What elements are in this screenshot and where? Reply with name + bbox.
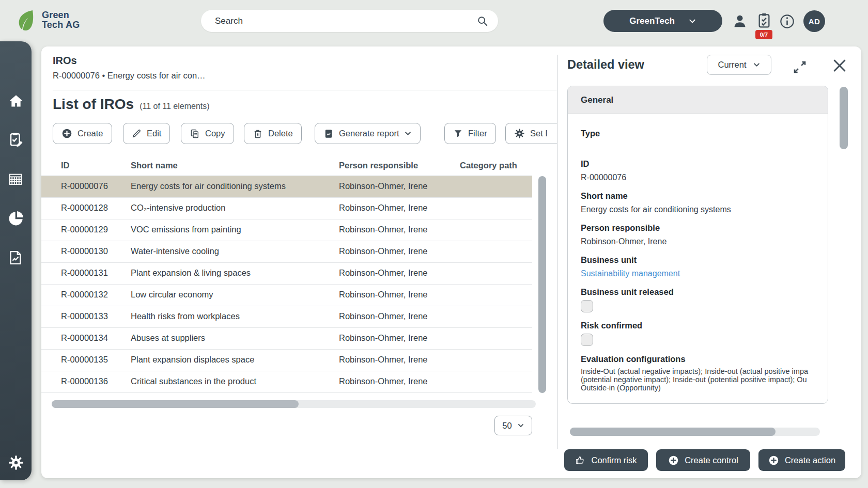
version-select[interactable]: Current [707, 55, 771, 75]
table-row[interactable]: R-00000076 Energy costs for air conditio… [41, 176, 532, 198]
confirm-risk-button[interactable]: Confirm risk [564, 449, 648, 471]
table-row[interactable]: R-00000131 Plant expansion & living spac… [41, 263, 532, 285]
close-button[interactable] [831, 57, 848, 74]
cell-person: Robinson-Ohmer, Irene [339, 355, 428, 365]
create-action-button[interactable]: Create action [758, 449, 845, 471]
checkbox-risk-confirmed[interactable] [581, 334, 593, 346]
field-person-value: Robinson-Ohmer, Irene [581, 236, 815, 247]
plus-circle-icon [768, 455, 779, 466]
column-header-id[interactable]: ID [61, 161, 70, 170]
table-row[interactable]: R-00000128 CO₂-intensive production Robi… [41, 198, 532, 219]
cell-id: R-00000076 [61, 181, 108, 191]
iro-table: R-00000076 Energy costs for air conditio… [41, 176, 532, 393]
cell-person: Robinson-Ohmer, Irene [339, 268, 428, 278]
table-row[interactable]: R-00000130 Water-intensive cooling Robin… [41, 241, 532, 263]
page-size-select[interactable]: 50 [494, 416, 532, 435]
field-id: ID R-00000076 [581, 159, 815, 183]
table-row[interactable]: R-00000132 Low circular economy Robinson… [41, 285, 532, 306]
sidebar-item-settings[interactable] [8, 454, 24, 471]
cell-id: R-00000130 [61, 246, 108, 256]
pie-chart-icon [8, 210, 24, 227]
table-grid-icon [8, 171, 23, 187]
search-icon[interactable] [477, 15, 488, 27]
avatar[interactable]: AD [803, 10, 825, 32]
search-bar[interactable] [201, 10, 498, 32]
panel-horizontal-scrollbar[interactable] [570, 428, 820, 436]
column-header-person-responsible[interactable]: Person responsible [339, 161, 418, 170]
copy-button[interactable]: Copy [181, 123, 234, 144]
page-title: IROs [53, 55, 77, 67]
filter-button[interactable]: Filter [444, 123, 496, 144]
table-row[interactable]: R-00000134 Abuses at suppliers Robinson-… [41, 328, 532, 350]
cell-person: Robinson-Ohmer, Irene [339, 376, 428, 386]
table-row[interactable]: R-00000133 Health risks from workplaces … [41, 306, 532, 328]
cell-id: R-00000128 [61, 203, 108, 213]
field-short-name-value: Energy costs for air conditioning system… [581, 204, 815, 215]
business-unit-link[interactable]: Sustainability management [581, 269, 680, 278]
pencil-icon [132, 129, 142, 138]
column-header-short-name[interactable]: Short name [131, 161, 178, 170]
table-row[interactable]: R-00000129 VOC emissions from painting R… [41, 219, 532, 241]
cell-short-name: Critical substances in the product [131, 376, 256, 386]
panel-horizontal-scrollbar-thumb[interactable] [570, 428, 776, 436]
generate-report-button[interactable]: Generate report [315, 123, 421, 144]
gear-icon [8, 454, 24, 471]
cell-person: Robinson-Ohmer, Irene [339, 333, 428, 343]
cell-short-name: Plant expansion & living spaces [131, 268, 251, 278]
clipboard-edit-icon [8, 131, 24, 148]
cell-id: R-00000135 [61, 355, 108, 365]
cell-short-name: Low circular economy [131, 290, 213, 300]
panel-vertical-scrollbar[interactable] [840, 87, 848, 149]
sidebar-item-analytics[interactable] [8, 210, 24, 227]
cell-short-name: Water-intensive cooling [131, 246, 219, 256]
list-count: (11 of 11 elements) [140, 102, 209, 111]
cell-person: Robinson-Ohmer, Irene [339, 203, 428, 213]
tasks-icon[interactable]: 0/7 [756, 12, 772, 28]
section-title: General [568, 86, 828, 114]
version-value: Current [718, 60, 746, 70]
cell-short-name: Energy costs for air conditioning system… [131, 181, 286, 191]
create-control-button[interactable]: Create control [656, 449, 750, 471]
plus-circle-icon [61, 128, 72, 139]
sidebar [0, 41, 32, 480]
cell-person: Robinson-Ohmer, Irene [339, 181, 428, 191]
cell-id: R-00000131 [61, 268, 108, 278]
thumbs-up-icon [575, 455, 585, 465]
cell-short-name: Abuses at suppliers [131, 333, 205, 343]
sidebar-item-assessments[interactable] [8, 131, 24, 148]
iro-list-area: IROs R-00000076 • Energy costs for air c… [41, 46, 557, 478]
create-button[interactable]: Create [53, 123, 112, 144]
copy-icon [190, 129, 200, 139]
delete-button[interactable]: Delete [244, 123, 302, 144]
chevron-down-icon [688, 17, 696, 25]
info-icon[interactable] [779, 13, 796, 30]
cell-person: Robinson-Ohmer, Irene [339, 290, 428, 300]
panel-title: Detailed view [567, 58, 644, 72]
panel-divider [557, 55, 557, 449]
org-selector-button[interactable]: GreenTech [603, 10, 722, 32]
cell-id: R-00000132 [61, 290, 108, 300]
funnel-icon [453, 129, 463, 138]
gear-icon [514, 128, 525, 139]
checkbox-business-unit-released[interactable] [581, 300, 593, 312]
sidebar-item-home[interactable] [8, 93, 24, 109]
table-vertical-scrollbar[interactable] [538, 176, 546, 393]
column-header-category-path[interactable]: Category path [460, 161, 517, 170]
table-row[interactable]: R-00000135 Plant expansion displaces spa… [41, 350, 532, 371]
table-horizontal-scrollbar[interactable] [52, 400, 536, 408]
field-short-name: Short name Energy costs for air conditio… [581, 191, 815, 215]
table-row[interactable]: R-00000136 Critical substances in the pr… [41, 371, 532, 393]
trash-icon [253, 129, 263, 139]
set-button[interactable]: Set I [505, 123, 557, 144]
sidebar-item-table[interactable] [8, 171, 24, 188]
table-horizontal-scrollbar-thumb[interactable] [52, 400, 299, 408]
user-icon[interactable] [732, 13, 749, 30]
field-id-value: R-00000076 [581, 172, 815, 183]
cell-short-name: Health risks from workplaces [131, 311, 240, 321]
expand-button[interactable] [792, 59, 808, 75]
sidebar-item-reports[interactable] [8, 250, 24, 266]
leaf-logo-icon [14, 8, 38, 32]
search-input[interactable] [201, 16, 477, 26]
edit-button[interactable]: Edit [123, 123, 170, 144]
field-type: Type [581, 129, 815, 151]
